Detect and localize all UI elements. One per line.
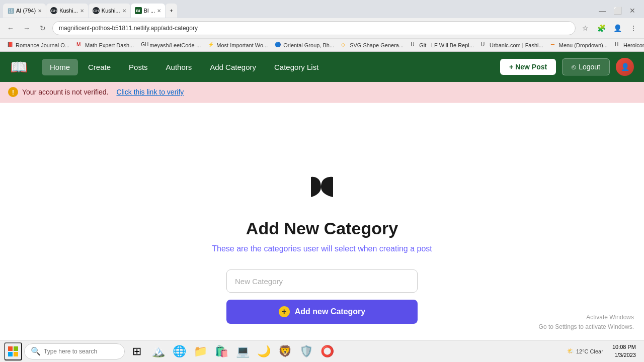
taskbar-app-brave[interactable]: 🦁 <box>275 341 295 361</box>
forward-button[interactable]: → <box>20 22 33 35</box>
address-bar[interactable]: magnificent-pothos-b51811.netlify.app/ad… <box>52 21 576 35</box>
nav-link-authors[interactable]: Authors <box>158 59 200 75</box>
bookmark-git[interactable]: U Git - LF Will Be Repl... <box>408 41 477 50</box>
bookmark-label-urbanic: Urbanic.com | Fashi... <box>490 42 543 48</box>
brave-icon: 🦁 <box>278 345 292 358</box>
taskbar-app-terminal[interactable]: 💻 <box>232 341 253 361</box>
browser-tab-3[interactable]: GH Kushi... ✕ <box>89 4 130 18</box>
navbar: 📖 Home Create Posts Authors Add Category… <box>0 52 644 82</box>
explorer-icon: 📁 <box>194 345 207 358</box>
bookmark-label-leetcode: meyash/LeetCode-... <box>149 42 201 48</box>
nav-link-create[interactable]: Create <box>80 59 119 75</box>
alert-text: Your account is not verified. <box>22 88 108 96</box>
start-button[interactable] <box>4 342 22 360</box>
taskbar-app-moon[interactable]: 🌙 <box>254 341 274 361</box>
bookmark-oriental[interactable]: 🔵 Oriental Group, Bh... <box>272 41 337 50</box>
moon-icon: 🌙 <box>257 345 271 358</box>
taskbar-search-input[interactable] <box>44 348 114 355</box>
bookmark-favicon-heroicons: H <box>615 42 622 49</box>
tab-close-1[interactable]: ✕ <box>38 8 42 14</box>
bookmark-svg[interactable]: ◇ SVG Shape Genera... <box>338 41 407 50</box>
browser-tab-new[interactable]: + <box>166 4 177 18</box>
browser-tab-active[interactable]: BI BI ... ✕ <box>131 4 166 18</box>
taskbar-time-text: 10:08 PM <box>612 343 636 351</box>
taskbar-clock: 10:08 PM 1/3/2023 <box>608 343 640 359</box>
menu-button[interactable]: ⋮ <box>627 22 640 35</box>
bookmark-star-button[interactable]: ☆ <box>579 22 592 35</box>
add-category-button[interactable]: + Add new Category <box>226 300 418 324</box>
bookmark-favicon-math: M <box>76 42 84 49</box>
extensions-button[interactable]: 🧩 <box>595 22 608 35</box>
tab-close-3[interactable]: ✕ <box>122 8 126 14</box>
taskbar-app-shield[interactable]: 🛡️ <box>296 341 316 361</box>
profile-button[interactable]: 👤 <box>611 22 624 35</box>
taskbar-search-icon: 🔍 <box>31 346 41 356</box>
logout-label: Logout <box>579 63 600 71</box>
browser-chrome: 🔢 AI (794) ✕ GH Kushi... ✕ GH Kushi... ✕… <box>0 0 644 52</box>
close-button[interactable]: ✕ <box>626 4 639 17</box>
bookmark-favicon-important: ⚡ <box>208 42 215 49</box>
nav-link-add-category[interactable]: Add Category <box>202 59 264 75</box>
page-hero-icon <box>307 172 337 209</box>
bookmark-label-heroicons: Heroicons <box>623 42 644 48</box>
activate-line1: Activate Windows <box>539 313 634 322</box>
tab-close-2[interactable]: ✕ <box>80 8 84 14</box>
alert-verify-link[interactable]: Click this link to verify <box>116 88 184 96</box>
terminal-icon: 💻 <box>236 345 250 358</box>
bookmark-heroicons[interactable]: H Heroicons <box>612 41 644 50</box>
bookmark-label-svg: SVG Shape Genera... <box>350 42 404 48</box>
tab-favicon-1: 🔢 <box>7 7 14 14</box>
logout-icon: ⎋ <box>572 63 576 71</box>
taskbar-system-tray: 🌤️ 12°C Clear 10:08 PM 1/3/2023 <box>564 343 640 359</box>
taskbar-app-store[interactable]: 🛍️ <box>211 341 231 361</box>
tab-close-active[interactable]: ✕ <box>157 8 161 14</box>
bookmark-important[interactable]: ⚡ Most Important Wo... <box>205 41 271 50</box>
browser-toolbar: ← → ↻ magnificent-pothos-b51811.netlify.… <box>0 18 644 38</box>
bookmark-favicon-svg: ◇ <box>341 42 348 49</box>
page-title: Add New Category <box>246 219 398 238</box>
bookmark-favicon-urbanic: U <box>481 42 488 49</box>
bookmark-label-menu: Menu (Dropdown)... <box>559 42 608 48</box>
new-post-button[interactable]: + New Post <box>500 59 556 75</box>
landscape-icon: 🏔️ <box>151 345 165 358</box>
weather-icon: 🌤️ <box>567 348 574 354</box>
avatar[interactable]: 👤 <box>616 58 634 76</box>
taskbar-date-text: 1/3/2023 <box>612 351 636 359</box>
reload-button[interactable]: ↻ <box>36 22 49 35</box>
taskbar-app-landscape[interactable]: 🏔️ <box>148 341 168 361</box>
minimize-button[interactable]: — <box>596 4 609 17</box>
nav-link-home[interactable]: Home <box>42 59 78 75</box>
activate-line2: Go to Settings to activate Windows. <box>539 322 634 332</box>
maximize-button[interactable]: ⬜ <box>611 4 624 17</box>
tab-favicon-active: BI <box>135 7 142 14</box>
windows-activate-notice: Activate Windows Go to Settings to activ… <box>539 313 634 332</box>
taskbar-app-browser[interactable]: 🌐 <box>169 341 189 361</box>
new-category-input[interactable] <box>226 269 418 293</box>
bookmark-favicon-leetcode: GH <box>141 42 148 49</box>
tab-favicon-2: GH <box>50 7 57 14</box>
taskbar-app-circle[interactable]: ⭕ <box>317 341 337 361</box>
taskbar: 🔍 ⊞ 🏔️ 🌐 📁 🛍️ 💻 🌙 🦁 🛡️ ⭕ <box>0 340 644 362</box>
taskbar-search-box[interactable]: 🔍 <box>24 343 125 359</box>
alert-icon: ! <box>8 87 18 97</box>
browser-icon: 🌐 <box>173 345 186 358</box>
bookmark-urbanic[interactable]: U Urbanic.com | Fashi... <box>478 41 546 50</box>
logout-button[interactable]: ⎋ Logout <box>562 58 610 75</box>
taskbar-app-taskview[interactable]: ⊞ <box>127 341 147 361</box>
bookmark-menu[interactable]: ☰ Menu (Dropdown)... <box>547 41 611 50</box>
bookmark-romance[interactable]: 📕 Romance Journal O... <box>4 41 72 50</box>
taskbar-app-explorer[interactable]: 📁 <box>190 341 210 361</box>
bookmark-leetcode[interactable]: GH meyash/LeetCode-... <box>138 41 204 50</box>
nav-link-category-list[interactable]: Category List <box>266 59 327 75</box>
bookmark-label-romance: Romance Journal O... <box>16 42 69 48</box>
bookmark-math[interactable]: M Math Expert Dash... <box>73 41 137 50</box>
browser-tab-1[interactable]: 🔢 AI (794) ✕ <box>3 4 46 18</box>
address-text: magnificent-pothos-b51811.netlify.app/ad… <box>59 25 198 32</box>
back-button[interactable]: ← <box>4 22 17 35</box>
tab-label-2: Kushi... <box>59 8 78 14</box>
browser-tab-2[interactable]: GH Kushi... ✕ <box>46 4 88 18</box>
tab-label-3: Kushi... <box>102 8 120 14</box>
svg-rect-3 <box>14 352 18 356</box>
nav-link-posts[interactable]: Posts <box>121 59 156 75</box>
add-category-button-label: Add new Category <box>295 307 365 316</box>
